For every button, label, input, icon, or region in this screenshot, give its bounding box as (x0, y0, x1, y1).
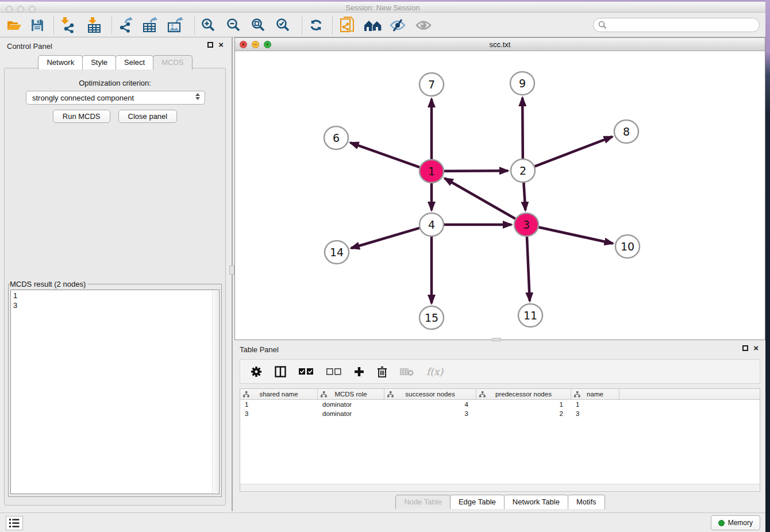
task-history-button[interactable] (6, 516, 23, 530)
refresh-button[interactable] (305, 15, 327, 36)
graph-node-label-11: 11 (523, 309, 537, 322)
column-header-label: successor nodes (405, 391, 455, 398)
export-image-button[interactable] (165, 15, 187, 36)
table-cell[interactable]: dominator (318, 401, 384, 408)
column-header-label: name (587, 391, 603, 398)
table-panel-close-icon[interactable]: × (753, 345, 759, 351)
add-column-button[interactable] (354, 367, 364, 377)
new-network-from-selection-button[interactable] (337, 15, 359, 36)
tab-node-table[interactable]: Node Table (395, 495, 451, 509)
table-row[interactable]: 1dominator411 (240, 400, 760, 409)
import-table-button[interactable] (83, 15, 105, 36)
open-session-button[interactable] (3, 15, 25, 36)
graph-edge-3-11[interactable] (527, 237, 530, 301)
table-cell[interactable]: 1 (240, 401, 318, 408)
graph-edge-1-2[interactable] (444, 171, 508, 171)
graph-edge-1-6[interactable] (351, 142, 420, 167)
deselect-all-button[interactable] (326, 368, 341, 375)
column-header-name[interactable]: name (571, 389, 619, 399)
hide-selected-button[interactable] (387, 15, 409, 36)
graph-node-label-8: 8 (623, 125, 630, 138)
splitpane-handle-vertical[interactable] (229, 265, 234, 275)
zoom-out-icon (226, 18, 241, 33)
first-neighbors-button[interactable] (362, 15, 384, 36)
mcds-result-list[interactable]: 1 3 (10, 290, 220, 494)
graph-node-label-2: 2 (519, 164, 526, 177)
network-view-titlebar[interactable]: × − + scc.txt (235, 38, 765, 51)
show-all-button[interactable] (413, 15, 434, 36)
mcds-result-title: MCDS result (2 nodes) (10, 280, 87, 288)
graph-edge-3-1[interactable] (445, 178, 515, 218)
search-box[interactable] (593, 18, 760, 32)
export-network-button[interactable] (115, 15, 137, 36)
export-table-button[interactable] (140, 15, 161, 36)
table-cell[interactable]: 1 (571, 401, 619, 408)
unchecked-boxes-icon (326, 368, 341, 375)
table-cell[interactable]: 2 (476, 410, 571, 417)
export-network-icon (118, 17, 134, 33)
control-panel-close-icon[interactable]: × (218, 42, 224, 48)
zoom-in-button[interactable] (198, 15, 220, 36)
search-input[interactable] (610, 20, 759, 31)
toggle-columns-button[interactable] (275, 366, 286, 377)
select-all-button[interactable] (299, 368, 314, 375)
column-header-predecessor-nodes[interactable]: predecessor nodes (476, 389, 571, 399)
mcds-panel: Optimization criterion: strongly connect… (4, 68, 226, 506)
optimization-criterion-label: Optimization criterion: (5, 79, 225, 87)
tab-select[interactable]: Select (116, 55, 153, 70)
graph-edge-4-14[interactable] (351, 228, 419, 248)
zoom-out-button[interactable] (223, 15, 245, 36)
delete-table-button[interactable] (400, 367, 414, 376)
table-row[interactable]: 3dominator323 (240, 409, 760, 418)
graph-edge-2-8[interactable] (535, 137, 613, 167)
network-canvas[interactable]: 7968124314101511 (235, 51, 765, 340)
network-view-title: scc.txt (235, 40, 765, 49)
eye-icon (415, 18, 432, 32)
graph-edge-2-3[interactable] (523, 183, 525, 210)
refresh-icon (309, 18, 324, 32)
result-scrollbar[interactable] (212, 291, 218, 493)
table-panel-float-icon[interactable] (742, 345, 748, 351)
table-hscrollbar[interactable] (240, 484, 760, 491)
first-neighbors-houses-icon (363, 18, 383, 32)
tab-network-table[interactable]: Network Table (504, 495, 568, 509)
graph-node-label-10: 10 (621, 240, 634, 253)
close-panel-button[interactable]: Close panel (118, 110, 178, 123)
table-cell[interactable]: 3 (240, 410, 318, 417)
zoom-fit-icon (251, 18, 266, 33)
run-mcds-button[interactable]: Run MCDS (53, 110, 110, 123)
tab-style[interactable]: Style (82, 55, 116, 70)
save-session-button[interactable] (26, 15, 48, 36)
tab-mcds[interactable]: MCDS (153, 55, 192, 70)
table-cell[interactable]: 4 (384, 401, 476, 408)
node-table-header: shared nameMCDS rolesuccessor nodesprede… (240, 389, 760, 400)
tab-edge-table[interactable]: Edge Table (450, 495, 505, 509)
hierarchy-icon (574, 391, 580, 398)
table-panel-tabs: Node TableEdge TableNetwork TableMotifs (234, 495, 765, 509)
table-cell[interactable]: 3 (384, 410, 476, 417)
delete-column-button[interactable] (377, 366, 387, 377)
column-header-MCDS-role[interactable]: MCDS role (318, 389, 384, 399)
table-cell[interactable]: 1 (476, 401, 571, 408)
zoom-fit-button[interactable] (248, 15, 270, 36)
function-builder-button[interactable]: f(x) (426, 366, 443, 377)
memory-button[interactable]: Memory (711, 515, 760, 530)
import-table-icon (87, 17, 102, 33)
tab-motifs[interactable]: Motifs (568, 495, 605, 509)
optimization-criterion-dropdown[interactable]: strongly connected component (26, 91, 205, 105)
graph-edge-3-10[interactable] (539, 227, 613, 243)
control-panel-float-icon[interactable] (207, 42, 213, 48)
list-icon (9, 519, 20, 527)
graph-edge-2-9[interactable] (522, 98, 523, 159)
splitpane-handle-horizontal[interactable] (492, 338, 501, 341)
column-header-filler (619, 389, 760, 399)
table-cell[interactable]: 3 (571, 410, 619, 417)
zoom-selected-button[interactable] (272, 15, 294, 36)
table-settings-button[interactable] (251, 366, 262, 377)
import-network-button[interactable] (57, 15, 79, 36)
table-cell[interactable]: dominator (318, 410, 384, 417)
trash-icon (377, 366, 387, 377)
column-header-successor-nodes[interactable]: successor nodes (384, 389, 476, 399)
column-header-shared-name[interactable]: shared name (240, 389, 318, 399)
tab-network[interactable]: Network (38, 55, 83, 70)
